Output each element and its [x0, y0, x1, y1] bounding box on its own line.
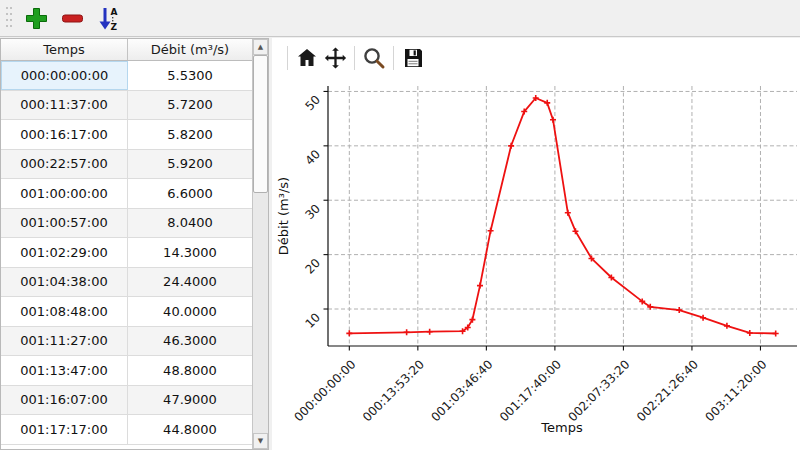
- y-tick-label: 30: [302, 201, 323, 222]
- chart-svg[interactable]: 000:00:00:00000:13:53:20001:03:46:40001:…: [272, 78, 800, 450]
- column-header-temps[interactable]: Temps: [1, 39, 128, 60]
- svg-text:Z: Z: [110, 22, 117, 32]
- arrow-down-icon: ▼: [258, 437, 263, 445]
- table-cell[interactable]: 000:22:57:00: [1, 150, 128, 179]
- table-cell[interactable]: 47.9000: [128, 386, 252, 415]
- table-cell[interactable]: 001:13:47:00: [1, 356, 128, 385]
- scrollbar-thumb[interactable]: [253, 55, 268, 193]
- data-table: Temps Débit (m³/s) 000:00:00:005.5300000…: [0, 38, 269, 450]
- x-tick-label: 003:11:20:00: [703, 357, 770, 424]
- x-tick-label: 001:03:46:40: [428, 357, 495, 424]
- toolbar-separator: [393, 46, 394, 70]
- save-icon: [401, 46, 425, 70]
- minus-icon: [60, 5, 85, 32]
- table-row[interactable]: 001:02:29:0014.3000: [1, 238, 252, 268]
- table-cell[interactable]: 48.8000: [128, 356, 252, 385]
- table-row[interactable]: 001:04:38:0024.4000: [1, 268, 252, 298]
- table-area: Temps Débit (m³/s) 000:00:00:005.5300000…: [1, 39, 252, 449]
- table-cell[interactable]: 14.3000: [128, 238, 252, 267]
- scroll-down-button[interactable]: ▼: [253, 433, 268, 449]
- column-header-debit[interactable]: Débit (m³/s): [128, 39, 252, 60]
- x-tick-label: 002:21:26:40: [634, 357, 701, 424]
- sort-az-icon: A Z: [97, 5, 120, 32]
- table-cell[interactable]: 001:16:07:00: [1, 386, 128, 415]
- y-axis-label: Débit (m³/s): [276, 177, 291, 255]
- table-cell[interactable]: 001:17:17:00: [1, 415, 128, 444]
- table-cell[interactable]: 001:11:27:00: [1, 327, 128, 356]
- pan-button[interactable]: [321, 44, 349, 72]
- y-tick-label: 40: [302, 147, 323, 168]
- table-row[interactable]: 001:17:17:0044.8000: [1, 415, 252, 445]
- scroll-up-button[interactable]: ▲: [253, 39, 268, 55]
- plus-icon: [23, 5, 50, 32]
- application-window: A Z Temps Débit (m³/s) 000:00:00:005.530…: [0, 0, 800, 450]
- table-cell[interactable]: 001:08:48:00: [1, 297, 128, 326]
- table-row[interactable]: 001:00:57:008.0400: [1, 209, 252, 239]
- x-tick-label: 000:00:00:00: [291, 357, 358, 424]
- x-tick-label: 002:07:33:20: [565, 357, 632, 424]
- toolbar-grip-handle[interactable]: [5, 5, 13, 31]
- remove-row-button[interactable]: [57, 3, 87, 33]
- arrow-up-icon: ▲: [258, 43, 263, 51]
- table-cell[interactable]: 44.8000: [128, 415, 252, 444]
- table-row[interactable]: 001:13:47:0048.8000: [1, 356, 252, 386]
- table-row[interactable]: 001:00:00:006.6000: [1, 179, 252, 209]
- pan-icon: [323, 46, 348, 70]
- main-toolbar: A Z: [0, 0, 800, 37]
- chart-plot-area: 000:00:00:00000:13:53:20001:03:46:40001:…: [291, 86, 797, 424]
- zoom-button[interactable]: [360, 44, 388, 72]
- home-icon: [295, 46, 319, 70]
- table-cell[interactable]: 5.7200: [128, 91, 252, 120]
- table-row[interactable]: 000:11:37:005.7200: [1, 91, 252, 121]
- table-cell[interactable]: 46.3000: [128, 327, 252, 356]
- y-tick-label: 20: [302, 256, 323, 277]
- y-tick-label: 10: [302, 310, 323, 331]
- table-body: 000:00:00:005.5300000:11:37:005.7200000:…: [1, 61, 252, 445]
- table-cell[interactable]: 001:02:29:00: [1, 238, 128, 267]
- x-tick-label: 000:13:53:20: [360, 357, 427, 424]
- table-row[interactable]: 000:22:57:005.9200: [1, 150, 252, 180]
- table-cell[interactable]: 000:16:17:00: [1, 120, 128, 149]
- table-row[interactable]: 001:16:07:0047.9000: [1, 386, 252, 416]
- toolbar-separator: [287, 46, 288, 70]
- table-cell[interactable]: 40.0000: [128, 297, 252, 326]
- table-cell[interactable]: 001:00:57:00: [1, 209, 128, 238]
- x-tick-label: 001:17:40:00: [497, 357, 564, 424]
- table-cell[interactable]: 24.4000: [128, 268, 252, 297]
- table-cell[interactable]: 001:00:00:00: [1, 179, 128, 208]
- table-row[interactable]: 001:11:27:0046.3000: [1, 327, 252, 357]
- scrollbar-track[interactable]: [253, 55, 268, 433]
- magnifier-icon: [362, 46, 386, 70]
- table-scrollbar[interactable]: ▲ ▼: [252, 39, 268, 449]
- chart-panel: 000:00:00:00000:13:53:20001:03:46:40001:…: [272, 38, 800, 450]
- table-cell[interactable]: 000:00:00:00: [1, 61, 128, 90]
- table-cell[interactable]: 001:04:38:00: [1, 268, 128, 297]
- table-cell[interactable]: 6.6000: [128, 179, 252, 208]
- sort-az-button[interactable]: A Z: [93, 3, 123, 33]
- table-header: Temps Débit (m³/s): [1, 39, 252, 61]
- table-cell[interactable]: 5.8200: [128, 120, 252, 149]
- add-row-button[interactable]: [21, 3, 51, 33]
- save-button[interactable]: [399, 44, 427, 72]
- table-cell[interactable]: 000:11:37:00: [1, 91, 128, 120]
- x-axis-label: Temps: [540, 420, 583, 435]
- home-button[interactable]: [293, 44, 321, 72]
- table-cell[interactable]: 8.0400: [128, 209, 252, 238]
- table-row[interactable]: 000:00:00:005.5300: [1, 61, 252, 91]
- toolbar-separator: [354, 46, 355, 70]
- table-row[interactable]: 001:08:48:0040.0000: [1, 297, 252, 327]
- svg-text:A: A: [110, 7, 117, 17]
- table-cell[interactable]: 5.9200: [128, 150, 252, 179]
- table-cell[interactable]: 5.5300: [128, 61, 252, 90]
- chart-toolbar: [272, 38, 800, 78]
- table-row[interactable]: 000:16:17:005.8200: [1, 120, 252, 150]
- y-tick-label: 50: [302, 93, 323, 114]
